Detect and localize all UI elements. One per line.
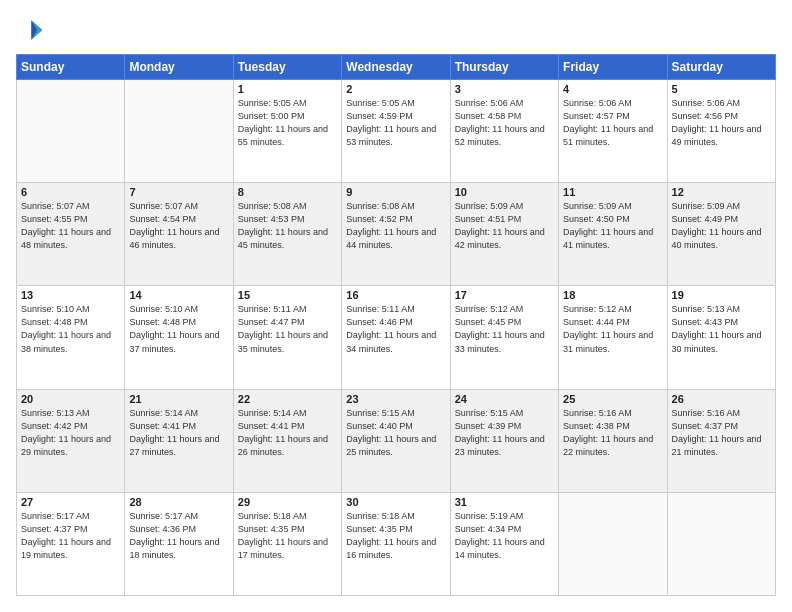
calendar-week-row: 13Sunrise: 5:10 AMSunset: 4:48 PMDayligh… xyxy=(17,286,776,389)
calendar-cell: 21Sunrise: 5:14 AMSunset: 4:41 PMDayligh… xyxy=(125,389,233,492)
day-detail: Sunrise: 5:13 AMSunset: 4:43 PMDaylight:… xyxy=(672,303,771,355)
calendar-cell: 19Sunrise: 5:13 AMSunset: 4:43 PMDayligh… xyxy=(667,286,775,389)
day-detail: Sunrise: 5:06 AMSunset: 4:56 PMDaylight:… xyxy=(672,97,771,149)
day-header-wednesday: Wednesday xyxy=(342,55,450,80)
calendar-cell xyxy=(667,492,775,595)
day-detail: Sunrise: 5:16 AMSunset: 4:38 PMDaylight:… xyxy=(563,407,662,459)
day-header-friday: Friday xyxy=(559,55,667,80)
day-number: 5 xyxy=(672,83,771,95)
day-number: 3 xyxy=(455,83,554,95)
day-detail: Sunrise: 5:05 AMSunset: 4:59 PMDaylight:… xyxy=(346,97,445,149)
calendar-cell: 11Sunrise: 5:09 AMSunset: 4:50 PMDayligh… xyxy=(559,183,667,286)
day-number: 11 xyxy=(563,186,662,198)
day-number: 25 xyxy=(563,393,662,405)
calendar-cell: 30Sunrise: 5:18 AMSunset: 4:35 PMDayligh… xyxy=(342,492,450,595)
calendar-table: SundayMondayTuesdayWednesdayThursdayFrid… xyxy=(16,54,776,596)
day-detail: Sunrise: 5:08 AMSunset: 4:53 PMDaylight:… xyxy=(238,200,337,252)
day-detail: Sunrise: 5:19 AMSunset: 4:34 PMDaylight:… xyxy=(455,510,554,562)
day-header-thursday: Thursday xyxy=(450,55,558,80)
day-detail: Sunrise: 5:15 AMSunset: 4:39 PMDaylight:… xyxy=(455,407,554,459)
day-detail: Sunrise: 5:18 AMSunset: 4:35 PMDaylight:… xyxy=(238,510,337,562)
day-number: 10 xyxy=(455,186,554,198)
calendar-cell: 13Sunrise: 5:10 AMSunset: 4:48 PMDayligh… xyxy=(17,286,125,389)
calendar-cell: 15Sunrise: 5:11 AMSunset: 4:47 PMDayligh… xyxy=(233,286,341,389)
day-detail: Sunrise: 5:11 AMSunset: 4:47 PMDaylight:… xyxy=(238,303,337,355)
day-number: 13 xyxy=(21,289,120,301)
calendar-week-row: 20Sunrise: 5:13 AMSunset: 4:42 PMDayligh… xyxy=(17,389,776,492)
day-detail: Sunrise: 5:16 AMSunset: 4:37 PMDaylight:… xyxy=(672,407,771,459)
calendar-cell: 16Sunrise: 5:11 AMSunset: 4:46 PMDayligh… xyxy=(342,286,450,389)
calendar-cell: 1Sunrise: 5:05 AMSunset: 5:00 PMDaylight… xyxy=(233,80,341,183)
day-detail: Sunrise: 5:10 AMSunset: 4:48 PMDaylight:… xyxy=(129,303,228,355)
day-detail: Sunrise: 5:13 AMSunset: 4:42 PMDaylight:… xyxy=(21,407,120,459)
day-detail: Sunrise: 5:09 AMSunset: 4:49 PMDaylight:… xyxy=(672,200,771,252)
day-number: 31 xyxy=(455,496,554,508)
day-number: 23 xyxy=(346,393,445,405)
calendar-cell: 29Sunrise: 5:18 AMSunset: 4:35 PMDayligh… xyxy=(233,492,341,595)
day-detail: Sunrise: 5:17 AMSunset: 4:37 PMDaylight:… xyxy=(21,510,120,562)
calendar-cell: 26Sunrise: 5:16 AMSunset: 4:37 PMDayligh… xyxy=(667,389,775,492)
calendar-cell: 18Sunrise: 5:12 AMSunset: 4:44 PMDayligh… xyxy=(559,286,667,389)
calendar-cell: 8Sunrise: 5:08 AMSunset: 4:53 PMDaylight… xyxy=(233,183,341,286)
day-number: 1 xyxy=(238,83,337,95)
day-number: 30 xyxy=(346,496,445,508)
day-number: 19 xyxy=(672,289,771,301)
calendar-cell: 25Sunrise: 5:16 AMSunset: 4:38 PMDayligh… xyxy=(559,389,667,492)
calendar-week-row: 6Sunrise: 5:07 AMSunset: 4:55 PMDaylight… xyxy=(17,183,776,286)
logo xyxy=(16,16,48,44)
day-number: 14 xyxy=(129,289,228,301)
calendar-cell: 20Sunrise: 5:13 AMSunset: 4:42 PMDayligh… xyxy=(17,389,125,492)
day-detail: Sunrise: 5:18 AMSunset: 4:35 PMDaylight:… xyxy=(346,510,445,562)
calendar-body: 1Sunrise: 5:05 AMSunset: 5:00 PMDaylight… xyxy=(17,80,776,596)
day-detail: Sunrise: 5:11 AMSunset: 4:46 PMDaylight:… xyxy=(346,303,445,355)
day-number: 6 xyxy=(21,186,120,198)
day-detail: Sunrise: 5:08 AMSunset: 4:52 PMDaylight:… xyxy=(346,200,445,252)
day-header-monday: Monday xyxy=(125,55,233,80)
calendar-cell: 24Sunrise: 5:15 AMSunset: 4:39 PMDayligh… xyxy=(450,389,558,492)
calendar-cell: 27Sunrise: 5:17 AMSunset: 4:37 PMDayligh… xyxy=(17,492,125,595)
calendar-cell: 22Sunrise: 5:14 AMSunset: 4:41 PMDayligh… xyxy=(233,389,341,492)
calendar-cell xyxy=(559,492,667,595)
day-number: 16 xyxy=(346,289,445,301)
calendar-cell: 12Sunrise: 5:09 AMSunset: 4:49 PMDayligh… xyxy=(667,183,775,286)
calendar-week-row: 27Sunrise: 5:17 AMSunset: 4:37 PMDayligh… xyxy=(17,492,776,595)
day-number: 21 xyxy=(129,393,228,405)
calendar-cell: 10Sunrise: 5:09 AMSunset: 4:51 PMDayligh… xyxy=(450,183,558,286)
calendar-header-row: SundayMondayTuesdayWednesdayThursdayFrid… xyxy=(17,55,776,80)
day-detail: Sunrise: 5:09 AMSunset: 4:50 PMDaylight:… xyxy=(563,200,662,252)
day-number: 8 xyxy=(238,186,337,198)
day-detail: Sunrise: 5:17 AMSunset: 4:36 PMDaylight:… xyxy=(129,510,228,562)
calendar-cell: 9Sunrise: 5:08 AMSunset: 4:52 PMDaylight… xyxy=(342,183,450,286)
day-detail: Sunrise: 5:09 AMSunset: 4:51 PMDaylight:… xyxy=(455,200,554,252)
day-number: 17 xyxy=(455,289,554,301)
calendar-cell: 7Sunrise: 5:07 AMSunset: 4:54 PMDaylight… xyxy=(125,183,233,286)
calendar-cell: 17Sunrise: 5:12 AMSunset: 4:45 PMDayligh… xyxy=(450,286,558,389)
day-number: 28 xyxy=(129,496,228,508)
day-header-sunday: Sunday xyxy=(17,55,125,80)
calendar-cell xyxy=(125,80,233,183)
day-detail: Sunrise: 5:14 AMSunset: 4:41 PMDaylight:… xyxy=(129,407,228,459)
day-number: 20 xyxy=(21,393,120,405)
calendar-cell: 2Sunrise: 5:05 AMSunset: 4:59 PMDaylight… xyxy=(342,80,450,183)
calendar-cell: 5Sunrise: 5:06 AMSunset: 4:56 PMDaylight… xyxy=(667,80,775,183)
day-detail: Sunrise: 5:10 AMSunset: 4:48 PMDaylight:… xyxy=(21,303,120,355)
calendar-cell: 28Sunrise: 5:17 AMSunset: 4:36 PMDayligh… xyxy=(125,492,233,595)
day-header-saturday: Saturday xyxy=(667,55,775,80)
calendar-header: SundayMondayTuesdayWednesdayThursdayFrid… xyxy=(17,55,776,80)
logo-icon xyxy=(16,16,44,44)
day-detail: Sunrise: 5:14 AMSunset: 4:41 PMDaylight:… xyxy=(238,407,337,459)
day-detail: Sunrise: 5:15 AMSunset: 4:40 PMDaylight:… xyxy=(346,407,445,459)
day-detail: Sunrise: 5:06 AMSunset: 4:57 PMDaylight:… xyxy=(563,97,662,149)
calendar-cell: 4Sunrise: 5:06 AMSunset: 4:57 PMDaylight… xyxy=(559,80,667,183)
calendar-cell: 14Sunrise: 5:10 AMSunset: 4:48 PMDayligh… xyxy=(125,286,233,389)
day-number: 12 xyxy=(672,186,771,198)
day-header-tuesday: Tuesday xyxy=(233,55,341,80)
calendar-cell: 6Sunrise: 5:07 AMSunset: 4:55 PMDaylight… xyxy=(17,183,125,286)
calendar-cell: 3Sunrise: 5:06 AMSunset: 4:58 PMDaylight… xyxy=(450,80,558,183)
day-number: 29 xyxy=(238,496,337,508)
calendar-cell: 31Sunrise: 5:19 AMSunset: 4:34 PMDayligh… xyxy=(450,492,558,595)
day-number: 7 xyxy=(129,186,228,198)
day-number: 15 xyxy=(238,289,337,301)
day-number: 18 xyxy=(563,289,662,301)
page: SundayMondayTuesdayWednesdayThursdayFrid… xyxy=(0,0,792,612)
